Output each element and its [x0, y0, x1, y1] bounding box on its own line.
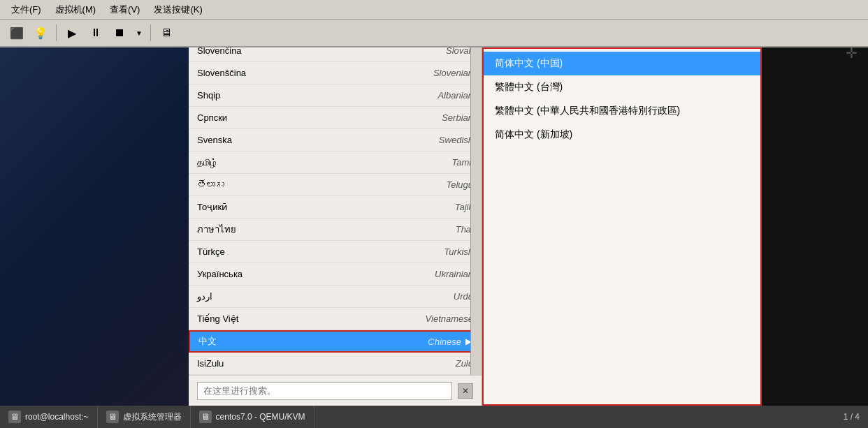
search-input[interactable]	[197, 382, 452, 400]
toolbar-monitor-btn[interactable]: ⬛	[6, 23, 28, 43]
lang-english-name: Ukrainian	[389, 269, 473, 279]
language-scrollbar[interactable]	[470, 47, 482, 375]
sublang-panel: 简体中文 (中国)繁體中文 (台灣)繁體中文 (中華人民共和國香港特別行政區)简…	[482, 47, 762, 406]
move-icon: ✛	[840, 39, 862, 67]
taskbar-centos-icon: 🖥	[199, 411, 212, 423]
lang-native-name: IsiZulu	[197, 358, 389, 369]
lang-native-name: Tiếng Việt	[197, 313, 389, 324]
language-row[interactable]: 中文Chinese▶	[189, 330, 482, 353]
toolbar-sep-1	[56, 24, 57, 41]
language-row[interactable]: SvenskaSwedish	[189, 129, 482, 152]
lang-english-name: Serbian	[389, 112, 473, 123]
lang-english-name: Slovak	[389, 47, 473, 56]
lang-english-name: Albanian	[389, 90, 473, 101]
right-dark-area	[762, 47, 868, 406]
lang-native-name: తెలుగు	[197, 179, 389, 190]
lang-english-name: Telugu	[389, 179, 473, 190]
language-row[interactable]: УкраїнськаUkrainian	[189, 263, 482, 286]
toolbar: ⬛ 💡 ▶ ⏸ ⏹ ▼ 🖥 ✛	[0, 20, 868, 47]
lang-native-name: தமிழ்	[197, 157, 389, 168]
taskbar: 🖥 root@localhost:~ 🖥 虚拟系统管理器 🖥 centos7.0…	[0, 406, 868, 428]
menu-sendkey[interactable]: 发送按键(K)	[148, 2, 208, 17]
taskbar-centos[interactable]: 🖥 centos7.0 - QEMU/KVM	[191, 406, 314, 428]
taskbar-terminal-icon: 🖥	[8, 411, 21, 423]
lang-english-name: Urdu	[389, 291, 473, 302]
language-row[interactable]: СрпскиSerbian	[189, 107, 482, 129]
taskbar-virt-manager[interactable]: 🖥 虚拟系统管理器	[98, 406, 191, 428]
toolbar-sep-2	[150, 24, 151, 41]
lang-native-name: Svenska	[197, 135, 389, 145]
sublang-row[interactable]: 繁體中文 (台灣)	[484, 75, 760, 99]
lang-native-name: Українська	[197, 269, 389, 279]
toolbar-stop-btn[interactable]: ⏹	[108, 23, 131, 43]
lang-english-name: Tajik	[389, 202, 473, 212]
menu-vm[interactable]: 虚拟机(M)	[50, 2, 102, 17]
menu-bar: 文件(F) 虚拟机(M) 查看(V) 发送按键(K)	[0, 0, 868, 20]
taskbar-virt-icon: 🖥	[106, 411, 119, 423]
language-row[interactable]: SlovenčinaSlovak	[189, 47, 482, 62]
language-row[interactable]: Tiếng ViệtVietnamese	[189, 308, 482, 330]
main-content: SlovenčinaSlovakSlovenščinaSlovenianShqi…	[0, 47, 868, 406]
lang-native-name: Shqip	[197, 90, 389, 101]
lang-native-name: Türkçe	[197, 246, 389, 257]
lang-english-name: Vietnamese	[389, 313, 473, 324]
language-panel: SlovenčinaSlovakSlovenščinaSlovenianShqi…	[189, 47, 482, 406]
language-row[interactable]: ShqipAlbanian	[189, 84, 482, 107]
taskbar-terminal[interactable]: 🖥 root@localhost:~	[0, 406, 98, 428]
toolbar-light-btn[interactable]: 💡	[29, 23, 52, 43]
toolbar-display-btn[interactable]: 🖥	[155, 23, 178, 43]
language-list: SlovenčinaSlovakSlovenščinaSlovenianShqi…	[189, 47, 482, 375]
sublang-list: 简体中文 (中国)繁體中文 (台灣)繁體中文 (中華人民共和國香港特別行政區)简…	[484, 49, 760, 149]
lang-native-name: 中文	[198, 335, 377, 348]
left-dark-area	[0, 47, 189, 406]
language-row[interactable]: தமிழ்Tamil	[189, 152, 482, 174]
taskbar-centos-label: centos7.0 - QEMU/KVM	[216, 412, 305, 422]
lang-english-name: Chinese	[377, 337, 461, 347]
lang-english-name: Thai	[389, 224, 473, 235]
language-row[interactable]: ภาษาไทยThai	[189, 219, 482, 241]
sublang-row[interactable]: 简体中文 (新加坡)	[484, 123, 760, 147]
taskbar-terminal-label: root@localhost:~	[25, 412, 89, 422]
menu-file[interactable]: 文件(F)	[6, 2, 47, 17]
sublang-row[interactable]: 简体中文 (中国)	[484, 52, 760, 75]
search-clear-btn[interactable]: ✕	[458, 383, 473, 399]
language-row[interactable]: TürkçeTurkish	[189, 241, 482, 263]
language-row[interactable]: తెలుగుTelugu	[189, 174, 482, 196]
taskbar-virt-label: 虚拟系统管理器	[123, 411, 182, 423]
toolbar-pause-btn[interactable]: ⏸	[85, 23, 107, 43]
lang-english-name: Slovenian	[389, 68, 473, 78]
language-row[interactable]: IsiZuluZulu	[189, 353, 482, 375]
taskbar-page-info: 1 / 4	[835, 412, 868, 422]
search-bar: ✕	[189, 375, 482, 406]
lang-english-name: Turkish	[389, 246, 473, 257]
lang-native-name: Slovenčina	[197, 47, 389, 56]
lang-native-name: اردو	[197, 291, 389, 302]
menu-view[interactable]: 查看(V)	[104, 2, 145, 17]
lang-english-name: Zulu	[389, 358, 473, 369]
lang-english-name: Tamil	[389, 157, 473, 168]
lang-native-name: ภาษาไทย	[197, 222, 389, 237]
lang-native-name: Српски	[197, 112, 389, 123]
toolbar-dropdown-btn[interactable]: ▼	[132, 23, 146, 43]
lang-english-name: Swedish	[389, 135, 473, 145]
toolbar-play-btn[interactable]: ▶	[61, 23, 83, 43]
language-row[interactable]: اردوUrdu	[189, 286, 482, 308]
language-row[interactable]: ТоҷикӣTajik	[189, 196, 482, 219]
language-row[interactable]: SlovenščinaSlovenian	[189, 62, 482, 84]
sublang-row[interactable]: 繁體中文 (中華人民共和國香港特別行政區)	[484, 99, 760, 123]
lang-native-name: Slovenščina	[197, 68, 389, 78]
lang-native-name: Тоҷикӣ	[197, 202, 389, 212]
